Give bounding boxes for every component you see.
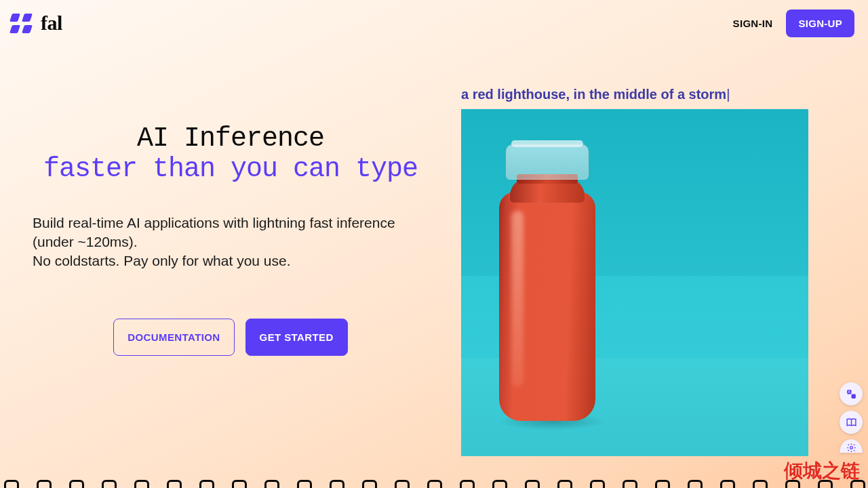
- subtext-line1: Build real-time AI applications with lig…: [33, 214, 429, 252]
- logo[interactable]: fal: [11, 12, 62, 35]
- hero-left: AI Inference faster than you can type Bu…: [27, 46, 434, 356]
- translate-icon[interactable]: A: [840, 382, 863, 405]
- side-float-tools: A: [840, 382, 863, 453]
- settings-icon[interactable]: [840, 439, 863, 453]
- nav-actions: SIGN-IN SIGN-UP: [733, 9, 854, 37]
- get-started-button[interactable]: GET STARTED: [245, 319, 348, 356]
- logo-text: fal: [41, 12, 62, 35]
- header: fal SIGN-IN SIGN-UP: [0, 0, 868, 46]
- documentation-button[interactable]: DOCUMENTATION: [113, 319, 234, 356]
- svg-point-3: [850, 447, 852, 449]
- hero-right: a red lighthouse, in the middle of a sto…: [461, 46, 841, 456]
- bottle-illustration: [499, 146, 595, 421]
- svg-rect-1: [851, 394, 855, 398]
- headline-line1: AI Inference: [27, 124, 434, 155]
- cta-row: DOCUMENTATION GET STARTED: [27, 319, 434, 356]
- hero-subtext: Build real-time AI applications with lig…: [27, 214, 434, 271]
- headline-line2: faster than you can type: [27, 155, 434, 185]
- book-icon[interactable]: [840, 411, 863, 434]
- hero: AI Inference faster than you can type Bu…: [0, 46, 868, 456]
- hero-headline: AI Inference faster than you can type: [27, 124, 434, 185]
- subtext-line2: No coldstarts. Pay only for what you use…: [33, 251, 429, 270]
- footer-dash-strip: [0, 479, 868, 488]
- signup-button[interactable]: SIGN-UP: [786, 9, 854, 37]
- demo-prompt: a red lighthouse, in the middle of a sto…: [461, 87, 730, 102]
- signin-button[interactable]: SIGN-IN: [733, 18, 773, 29]
- demo-image: [461, 109, 808, 456]
- logo-mark-icon: [11, 13, 31, 33]
